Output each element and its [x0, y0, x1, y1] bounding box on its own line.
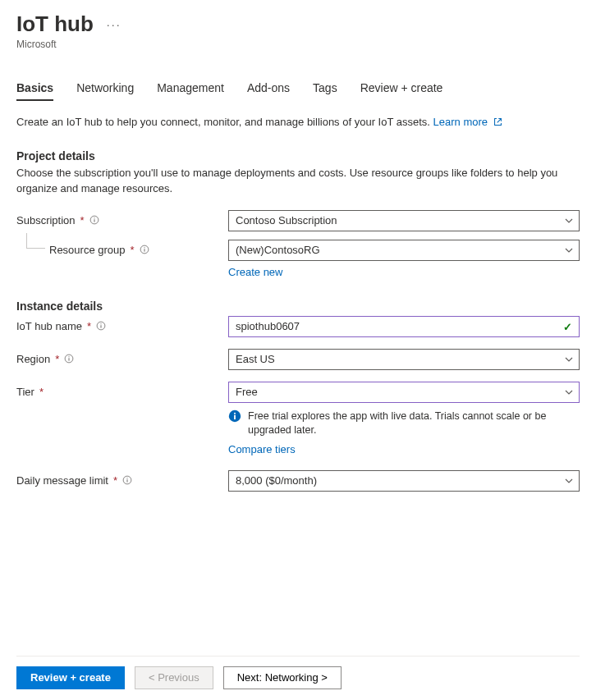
subscription-value: Contoso Subscription [236, 214, 337, 226]
region-value: East US [236, 353, 275, 365]
footer-bar: Review + create < Previous Next: Network… [16, 656, 580, 689]
chevron-down-icon [564, 245, 574, 255]
next-button[interactable]: Next: Networking > [223, 666, 342, 689]
learn-more-label: Learn more [433, 116, 488, 128]
svg-rect-5 [144, 249, 144, 251]
tab-management[interactable]: Management [157, 81, 224, 101]
subscription-label: Subscription [16, 214, 76, 226]
required-indicator: * [39, 386, 44, 398]
svg-rect-2 [94, 219, 94, 222]
iothub-name-label: IoT hub name [16, 320, 82, 332]
chevron-down-icon [564, 216, 574, 226]
tab-tags[interactable]: Tags [313, 81, 337, 101]
project-details-heading: Project details [16, 149, 580, 162]
previous-button: < Previous [135, 666, 213, 689]
svg-point-10 [69, 356, 70, 357]
svg-rect-8 [101, 325, 102, 327]
tab-addons[interactable]: Add-ons [247, 81, 290, 101]
required-indicator: * [87, 320, 91, 332]
tab-review[interactable]: Review + create [360, 81, 443, 101]
required-indicator: * [80, 214, 85, 226]
publisher-label: Microsoft [16, 39, 580, 50]
rg-value: ContosoRG [264, 244, 320, 256]
info-icon[interactable] [89, 215, 99, 225]
instance-details-heading: Instance details [16, 300, 580, 313]
tier-select[interactable]: Free [228, 382, 580, 403]
rg-new-prefix: (New) [236, 244, 264, 256]
svg-point-4 [144, 247, 144, 248]
intro-body: Create an IoT hub to help you connect, m… [16, 116, 433, 128]
create-new-rg-link[interactable]: Create new [228, 266, 282, 278]
resource-group-label: Resource group [49, 244, 126, 256]
learn-more-link[interactable]: Learn more [433, 116, 502, 128]
svg-point-1 [94, 217, 94, 218]
info-icon[interactable] [64, 354, 74, 364]
svg-point-16 [126, 478, 127, 478]
iothub-name-input[interactable]: spiothub0607 ✓ [228, 316, 580, 337]
tier-value: Free [236, 386, 258, 398]
more-icon[interactable]: ··· [103, 18, 125, 31]
resource-group-select[interactable]: (New) ContosoRG [228, 240, 580, 261]
info-icon[interactable] [96, 321, 106, 331]
svg-rect-11 [69, 358, 70, 360]
region-label: Region [16, 353, 50, 365]
svg-point-7 [100, 323, 101, 324]
compare-tiers-link[interactable]: Compare tiers [228, 443, 296, 455]
daily-msg-limit-label: Daily message limit [16, 474, 108, 487]
daily-msg-limit-select[interactable]: 8,000 ($0/month) [228, 470, 580, 492]
tab-bar: Basics Networking Management Add-ons Tag… [16, 81, 580, 101]
region-select[interactable]: East US [228, 349, 580, 370]
tier-label: Tier [16, 386, 34, 398]
info-badge-icon [228, 409, 241, 423]
info-icon[interactable] [122, 475, 132, 485]
iothub-name-value: spiothub0607 [236, 320, 300, 332]
required-indicator: * [131, 244, 135, 256]
intro-text: Create an IoT hub to help you connect, m… [16, 116, 580, 128]
tier-info-text: Free trial explores the app with live da… [248, 409, 580, 438]
page-title: IoT hub [16, 11, 94, 37]
chevron-down-icon [564, 387, 574, 397]
required-indicator: * [55, 353, 59, 365]
required-indicator: * [113, 474, 117, 487]
svg-rect-14 [234, 414, 236, 419]
chevron-down-icon [564, 476, 574, 486]
chevron-down-icon [564, 355, 574, 364]
valid-check-icon: ✓ [563, 320, 572, 332]
project-details-desc: Choose the subscription you'll use to ma… [16, 166, 580, 197]
external-link-icon [493, 117, 502, 126]
tab-networking[interactable]: Networking [76, 81, 134, 101]
tab-basics[interactable]: Basics [16, 81, 53, 101]
svg-point-13 [234, 412, 236, 414]
info-icon[interactable] [140, 245, 149, 254]
svg-rect-17 [127, 479, 128, 482]
review-create-button[interactable]: Review + create [16, 666, 125, 689]
subscription-select[interactable]: Contoso Subscription [228, 210, 580, 231]
daily-msg-limit-value: 8,000 ($0/month) [236, 474, 317, 487]
